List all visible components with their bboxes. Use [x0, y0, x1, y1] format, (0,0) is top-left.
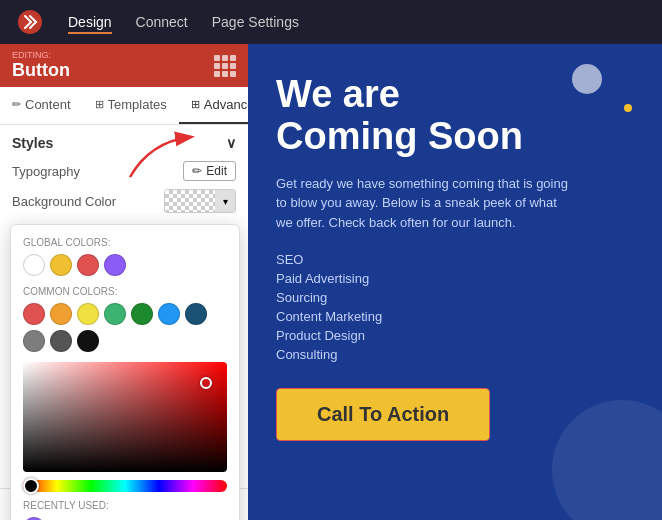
swatch-c-red[interactable] — [23, 303, 45, 325]
edit-icon: ✏ — [192, 164, 202, 178]
list-item: Sourcing — [276, 288, 634, 307]
styles-header: Styles ∨ — [12, 135, 236, 151]
editing-label: EDITING: — [12, 50, 70, 60]
nav-page-settings[interactable]: Page Settings — [212, 10, 299, 34]
typography-edit-button[interactable]: ✏ Edit — [183, 161, 236, 181]
swatch-c-green[interactable] — [104, 303, 126, 325]
panel-tabs: ✏ Content ⊞ Templates ⊞ Advanced — [0, 87, 248, 125]
tab-content[interactable]: ✏ Content — [0, 87, 83, 124]
styles-section: Styles ∨ Typography ✏ Edit Background Co… — [0, 125, 248, 231]
swatch-red[interactable] — [77, 254, 99, 276]
recently-used-label: RECENTLY USED: — [23, 500, 227, 511]
logo-icon — [16, 8, 44, 36]
swatch-purple[interactable] — [104, 254, 126, 276]
hue-indicator — [23, 478, 39, 494]
nav-design[interactable]: Design — [68, 10, 112, 34]
color-arrow-icon: ▾ — [215, 190, 235, 212]
advanced-icon: ⊞ — [191, 98, 200, 111]
global-colors-label: GLOBAL COLORS: — [23, 237, 227, 248]
templates-icon: ⊞ — [95, 98, 104, 111]
swatch-c-dark-gray[interactable] — [50, 330, 72, 352]
swatch-c-yellow[interactable] — [77, 303, 99, 325]
bgcolor-button[interactable]: ▾ — [164, 189, 236, 213]
editing-title: Button — [12, 60, 70, 81]
list-item: Product Design — [276, 326, 634, 345]
swatch-c-dark-green[interactable] — [131, 303, 153, 325]
site-preview: We are Coming Soon Get ready we have som… — [248, 44, 662, 520]
list-item: Consulting — [276, 345, 634, 364]
tab-advanced[interactable]: ⊞ Advanced — [179, 87, 248, 124]
swatch-white[interactable] — [23, 254, 45, 276]
hue-bar[interactable] — [23, 480, 227, 492]
list-item: Paid Advertising — [276, 269, 634, 288]
global-color-swatches — [23, 254, 227, 276]
left-panel: EDITING: Button ✏ Content ⊞ Templates ⊞ … — [0, 44, 248, 520]
editing-header: EDITING: Button — [0, 44, 248, 87]
gradient-picker-area[interactable] — [23, 362, 227, 472]
swatch-c-orange[interactable] — [50, 303, 72, 325]
nav-connect[interactable]: Connect — [136, 10, 188, 34]
editing-info: EDITING: Button — [12, 50, 70, 81]
deco-circle-large — [552, 400, 662, 520]
common-color-swatches — [23, 303, 227, 352]
swatch-yellow[interactable] — [50, 254, 72, 276]
site-list: SEO Paid Advertising Sourcing Content Ma… — [276, 250, 634, 364]
top-nav: Design Connect Page Settings — [0, 0, 662, 44]
site-heading: We are Coming Soon — [276, 74, 634, 158]
list-item: SEO — [276, 250, 634, 269]
common-colors-label: COMMON COLORS: — [23, 286, 227, 297]
list-item: Content Marketing — [276, 307, 634, 326]
swatch-c-blue[interactable] — [158, 303, 180, 325]
content-icon: ✏ — [12, 98, 21, 111]
tab-templates[interactable]: ⊞ Templates — [83, 87, 179, 124]
typography-row: Typography ✏ Edit — [12, 161, 236, 181]
cta-wrapper: Call To Action — [276, 388, 490, 441]
gradient-selector-handle[interactable] — [200, 377, 212, 389]
grid-icon[interactable] — [214, 55, 236, 77]
main-layout: EDITING: Button ✏ Content ⊞ Templates ⊞ … — [0, 44, 662, 520]
color-checker — [165, 190, 215, 212]
swatch-c-black[interactable] — [77, 330, 99, 352]
swatch-c-gray[interactable] — [23, 330, 45, 352]
bgcolor-row: Background Color ▾ — [12, 189, 236, 213]
color-picker-popup: GLOBAL COLORS: COMMON COLORS: — [10, 224, 240, 520]
cta-button[interactable]: Call To Action — [277, 389, 489, 440]
site-subtext: Get ready we have something coming that … — [276, 174, 576, 233]
swatch-c-dark-blue[interactable] — [185, 303, 207, 325]
